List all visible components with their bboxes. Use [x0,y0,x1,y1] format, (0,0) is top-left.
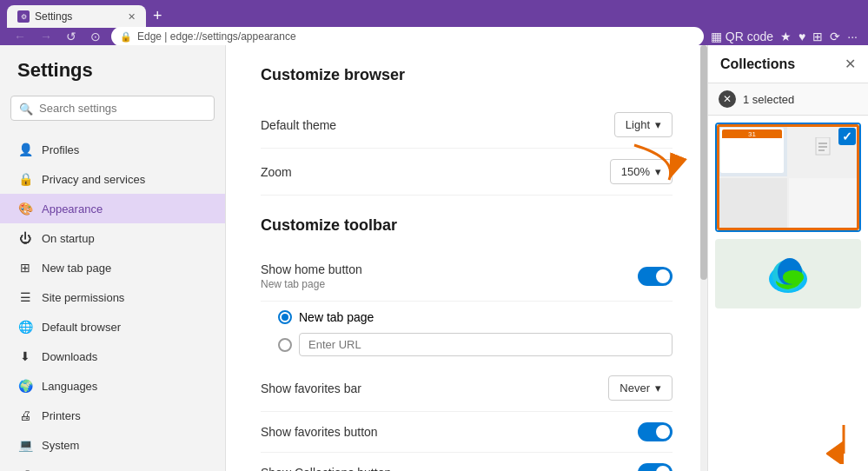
zoom-row: Zoom 150% ▾ [261,149,673,196]
tab-close-button[interactable]: ✕ [128,11,136,23]
printers-icon: 🖨 [17,408,33,423]
radio-url-row[interactable] [278,333,673,356]
profiles-label: Profiles [42,143,79,156]
scrollbar-track[interactable] [700,45,707,471]
sidebar-item-reset[interactable]: ↺ Reset settings [0,460,225,471]
newtab-icon: ⊞ [17,260,33,275]
chevron-down-icon: ▾ [655,118,661,131]
show-favorites-btn-label: Show favorites button [261,425,378,439]
languages-label: Languages [42,380,97,393]
collection-card-2[interactable] [715,239,861,308]
url-input[interactable] [299,333,673,356]
sidebar-item-languages[interactable]: 🌍 Languages [0,371,225,401]
section2-title: Customize toolbar [261,216,673,235]
search-icon: 🔍 [19,102,33,115]
chevron-down-icon2: ▾ [655,165,661,178]
address-bar: ← → ↺ ⊙ 🔒 Edge | edge://settings/appeara… [0,28,868,45]
card-checkbox[interactable]: ✓ [838,128,856,145]
show-favorites-bar-row: Show favorites bar Never ▾ [261,365,673,412]
collections-icon[interactable]: ⊞ [812,30,823,43]
sidebar-item-appearance[interactable]: 🎨 Appearance [0,194,225,223]
radio-newtab-row[interactable]: New tab page [278,310,673,324]
sidebar-item-privacy[interactable]: 🔒 Privacy and services [0,164,225,194]
show-home-toggle[interactable] [638,267,673,286]
show-favorites-bar-value: Never [620,381,650,395]
sidebar-item-default-browser[interactable]: 🌐 Default browser [0,312,225,342]
show-favorites-btn-toggle[interactable] [638,422,673,441]
sidebar-item-downloads[interactable]: ⬇ Downloads [0,342,225,371]
downloads-label: Downloads [42,350,97,363]
radio-newtab-button[interactable] [278,310,292,324]
default-browser-label: Default browser [42,321,121,334]
refresh-button[interactable]: ↺ [63,28,80,45]
scrollbar-thumb[interactable] [700,45,707,280]
startup-icon: ⏻ [17,230,33,246]
default-theme-label: Default theme [261,118,336,132]
privacy-label: Privacy and services [42,173,145,186]
search-input[interactable] [10,96,215,121]
chevron-down-icon3: ▾ [655,381,661,395]
zoom-value: 150% [621,165,650,178]
home-nav-button[interactable]: ⊙ [87,28,104,45]
address-input[interactable]: 🔒 Edge | edge://settings/appearance [111,27,704,46]
home-sublabel: New tab page [261,278,362,290]
privacy-icon: 🔒 [17,171,33,187]
show-favorites-bar-dropdown[interactable]: Never ▾ [608,375,673,401]
arrow-down-annotation [826,421,861,464]
deselect-button[interactable]: ✕ [719,90,736,108]
collection-thumb-blank2 [789,178,859,230]
forward-button[interactable]: → [36,28,56,45]
settings-tab[interactable]: ⚙ Settings ✕ [7,5,146,28]
collection-thumb-blank1 [717,178,787,230]
system-icon: 💻 [17,437,33,453]
sidebar-item-profiles[interactable]: 👤 Profiles [0,135,225,164]
heart-icon[interactable]: ♥ [798,30,805,43]
arrow-down-area [708,419,868,471]
permissions-icon: ☰ [17,289,33,305]
show-collections-btn-row: Show Collections button [261,453,673,471]
sidebar-item-system[interactable]: 💻 System [0,430,225,460]
radio-newtab-label: New tab page [299,310,374,324]
show-collections-btn-toggle[interactable] [638,463,673,471]
content-wrapper: Customize browser Default theme Light ▾ … [226,45,707,471]
qr-code-icon[interactable]: ▦ QR code [711,30,773,43]
collections-title: Collections [720,56,795,72]
account-icon[interactable]: ⟳ [830,30,840,43]
tab-favicon: ⚙ [17,10,30,23]
default-theme-row: Default theme Light ▾ [261,102,673,149]
home-radio-group: New tab page [261,302,673,365]
svg-rect-1 [816,137,830,155]
toolbar-icons: ▦ QR code ★ ♥ ⊞ ⟳ ··· [711,30,858,43]
back-button[interactable]: ← [10,28,30,45]
zoom-dropdown[interactable]: 150% ▾ [610,159,673,184]
new-tab-button[interactable]: + [146,8,169,23]
show-home-row: Show home button New tab page [261,252,673,302]
appearance-label: Appearance [42,202,103,216]
more-menu-icon[interactable]: ··· [847,30,858,43]
sidebar-item-startup[interactable]: ⏻ On startup [0,223,225,253]
sidebar-item-permissions[interactable]: ☰ Site permissions [0,282,225,312]
main-content: Customize browser Default theme Light ▾ … [226,45,707,471]
lock-icon: 🔒 [120,31,132,43]
default-theme-dropdown[interactable]: Light ▾ [614,112,673,137]
radio-url-button[interactable] [278,338,292,352]
collections-header: Collections ✕ [708,45,868,83]
sidebar-title: Settings [0,59,225,96]
collections-close-button[interactable]: ✕ [845,56,856,72]
sidebar-item-printers[interactable]: 🖨 Printers [0,401,225,430]
section1-title: Customize browser [261,66,673,84]
show-favorites-btn-row: Show favorites button [261,412,673,453]
selected-count-text: 1 selected [743,93,794,106]
zoom-label: Zoom [261,165,292,179]
profiles-icon: 👤 [17,142,33,157]
sidebar-item-newtab[interactable]: ⊞ New tab page [0,253,225,282]
languages-icon: 🌍 [17,378,33,394]
tab-title: Settings [35,10,72,23]
permissions-label: Site permissions [42,291,124,304]
default-browser-icon: 🌐 [17,319,33,335]
favorites-icon[interactable]: ★ [780,30,792,43]
reset-label: Reset settings [42,468,113,472]
printers-label: Printers [42,409,81,422]
downloads-icon: ⬇ [17,348,33,364]
collection-card-1[interactable]: 31 [715,123,861,232]
